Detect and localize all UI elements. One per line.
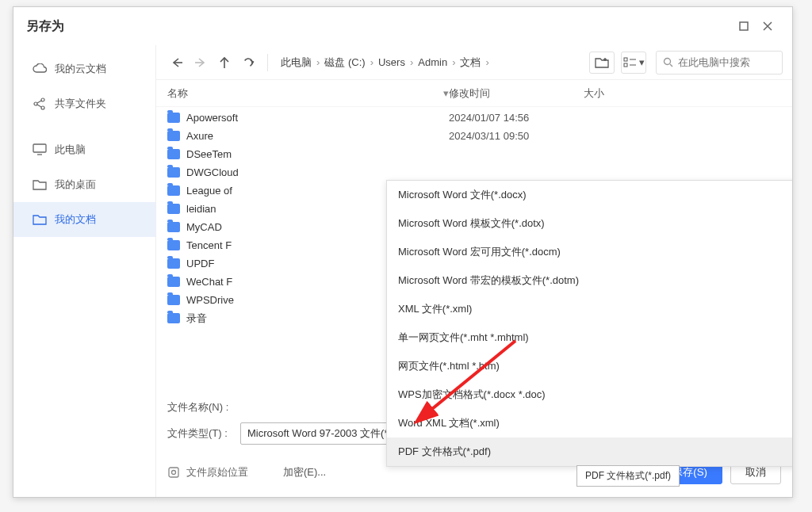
crumb[interactable]: Admin — [418, 56, 447, 68]
filetype-option[interactable]: 网页文件(*.html *.htm) — [387, 352, 792, 380]
refresh-button[interactable] — [237, 52, 259, 74]
origin-label: 文件原始位置 — [186, 465, 248, 480]
file-name: DSeeTem — [186, 148, 232, 160]
filetype-option[interactable]: Word XML 文档(*.xml) — [387, 409, 792, 437]
file-name: Tencent F — [186, 239, 232, 251]
back-button[interactable] — [166, 52, 188, 74]
chevron-right-icon: › — [316, 56, 320, 68]
dialog-body: 我的云文档 共享文件夹 此电脑 我的桌面 我的文档 — [13, 45, 792, 497]
sort-indicator-icon: ▾ — [443, 87, 449, 99]
sidebar-item-thispc[interactable]: 此电脑 — [13, 132, 155, 167]
file-name: 录音 — [186, 311, 207, 326]
sidebar: 我的云文档 共享文件夹 此电脑 我的桌面 我的文档 — [13, 45, 156, 497]
folder-icon — [167, 313, 180, 323]
main-panel: 此电脑› 磁盘 (C:)› Users› Admin› 文档› ▾ 名称▾ 修改… — [156, 45, 792, 497]
table-row[interactable]: DWGCloud — [156, 163, 792, 181]
location-icon — [167, 466, 180, 479]
sidebar-item-label: 共享文件夹 — [55, 97, 106, 111]
svg-rect-6 — [624, 63, 627, 67]
svg-rect-5 — [624, 58, 627, 61]
folder-outline-icon — [33, 178, 47, 192]
svg-rect-0 — [740, 22, 748, 30]
filename-label: 文件名称(N) : — [167, 400, 231, 415]
dialog-title: 另存为 — [26, 18, 732, 35]
filetype-option[interactable]: Microsoft Word 宏可用文件(*.docm) — [387, 238, 792, 266]
tooltip: PDF 文件格式(*.pdf) — [576, 465, 680, 487]
svg-point-9 — [172, 471, 176, 475]
monitor-icon — [33, 143, 47, 157]
search-input[interactable] — [678, 56, 776, 68]
table-row[interactable]: Axure2024/03/11 09:50 — [156, 127, 792, 145]
file-name: Axure — [186, 130, 213, 142]
chevron-right-icon: › — [370, 56, 373, 68]
file-mtime: 2024/01/07 14:56 — [449, 112, 584, 124]
crumb[interactable]: 磁盘 (C:) — [324, 55, 365, 70]
filetype-label: 文件类型(T) : — [167, 426, 231, 441]
column-headers: 名称▾ 修改时间 大小 — [156, 80, 792, 107]
maximize-button[interactable] — [732, 14, 756, 38]
titlebar: 另存为 — [13, 7, 792, 45]
crumb[interactable]: 文档 — [460, 55, 481, 70]
crumb[interactable]: Users — [378, 56, 405, 68]
chevron-right-icon: › — [485, 56, 488, 68]
sidebar-item-cloud[interactable]: 我的云文档 — [13, 52, 155, 86]
file-name: UPDF — [186, 258, 214, 269]
filetype-option[interactable]: Microsoft Word 文件(*.docx) — [387, 181, 792, 209]
sidebar-item-label: 我的文档 — [55, 212, 96, 227]
encrypt-link[interactable]: 加密(E)... — [283, 465, 326, 480]
folder-icon — [167, 167, 180, 178]
svg-point-1 — [34, 102, 37, 105]
filetype-option[interactable]: 单一网页文件(*.mht *.mhtml) — [387, 323, 792, 352]
filetype-option[interactable]: Microsoft Word 模板文件(*.dotx) — [387, 209, 792, 238]
svg-point-3 — [41, 106, 44, 109]
file-name: WeChat F — [186, 276, 232, 288]
sidebar-item-label: 我的云文档 — [55, 62, 106, 76]
close-button[interactable] — [756, 14, 779, 38]
share-icon — [33, 97, 47, 111]
up-button[interactable] — [213, 52, 236, 74]
table-row[interactable]: DSeeTem — [156, 145, 792, 163]
folder-icon — [167, 149, 180, 159]
file-name: MyCAD — [186, 221, 222, 233]
folder-icon — [167, 185, 180, 196]
crumb[interactable]: 此电脑 — [281, 55, 312, 70]
new-folder-button[interactable] — [589, 52, 615, 74]
header-size[interactable]: 大小 — [584, 86, 663, 101]
filetype-option[interactable]: WPS加密文档格式(*.docx *.doc) — [387, 380, 792, 409]
table-row[interactable]: Apowersoft2024/01/07 14:56 — [156, 109, 792, 127]
svg-point-2 — [41, 98, 44, 101]
svg-rect-4 — [33, 144, 46, 152]
sidebar-item-share[interactable]: 共享文件夹 — [13, 86, 155, 121]
chevron-right-icon: › — [410, 56, 413, 68]
forward-button[interactable] — [190, 52, 212, 74]
sidebar-item-label: 我的桌面 — [55, 178, 96, 192]
sidebar-item-documents[interactable]: 我的文档 — [13, 202, 155, 237]
origin-location[interactable]: 文件原始位置 — [167, 465, 248, 480]
file-name: Apowersoft — [186, 112, 238, 124]
svg-rect-8 — [169, 468, 178, 477]
header-mtime[interactable]: 修改时间 — [449, 86, 584, 101]
save-as-dialog: 另存为 我的云文档 共享文件夹 此电脑 我的桌面 — [13, 6, 793, 498]
cloud-icon — [33, 62, 47, 76]
view-mode-button[interactable]: ▾ — [621, 52, 646, 74]
folder-icon — [167, 131, 180, 141]
folder-outline-icon — [33, 212, 47, 227]
sidebar-item-label: 此电脑 — [55, 143, 86, 157]
header-name[interactable]: 名称▾ — [167, 86, 449, 101]
folder-icon — [167, 222, 180, 232]
folder-icon — [167, 204, 180, 214]
filetype-option[interactable]: Microsoft Word 带宏的模板文件(*.dotm) — [387, 266, 792, 295]
search-icon — [663, 57, 673, 67]
folder-icon — [167, 258, 180, 269]
file-name: leidian — [186, 203, 216, 215]
filetype-dropdown[interactable]: Microsoft Word 文件(*.docx)Microsoft Word … — [386, 180, 792, 467]
file-mtime: 2024/03/11 09:50 — [449, 130, 584, 142]
file-name: DWGCloud — [186, 166, 239, 178]
filetype-option[interactable]: XML 文件(*.xml) — [387, 295, 792, 323]
file-name: League of — [186, 185, 232, 197]
filetype-option[interactable]: PDF 文件格式(*.pdf) — [387, 437, 792, 466]
toolbar: 此电脑› 磁盘 (C:)› Users› Admin› 文档› ▾ — [156, 45, 792, 80]
folder-icon — [167, 113, 180, 123]
sidebar-item-desktop[interactable]: 我的桌面 — [13, 167, 155, 202]
search-box[interactable] — [656, 51, 783, 75]
